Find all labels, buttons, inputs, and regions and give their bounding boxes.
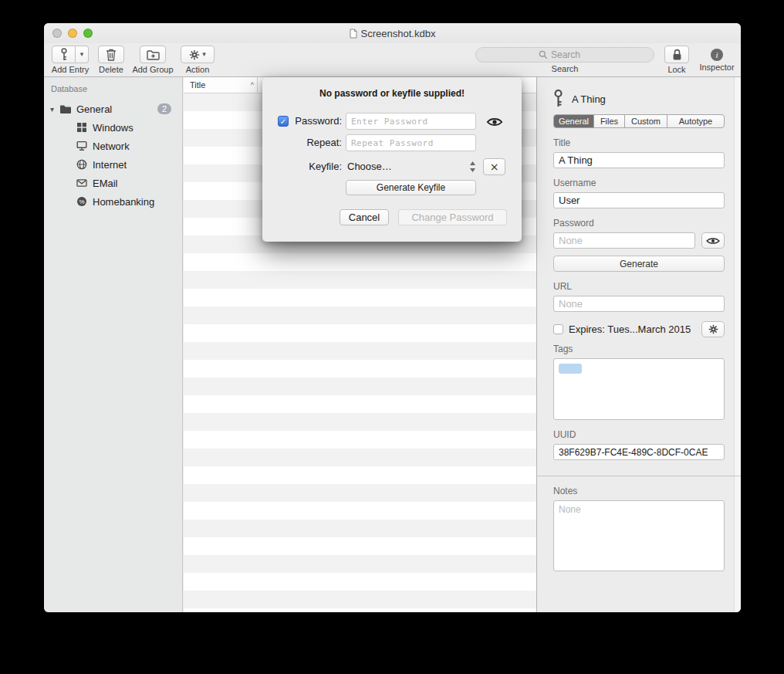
chevron-down-icon: ▾ [202,51,206,58]
group-sidebar: Database ▾ General 2 Windows [44,77,183,612]
sort-ascending-icon: ^ [251,81,254,89]
repeat-row: Repeat: [262,134,522,151]
gear-icon [189,49,200,60]
delete-label: Delete [99,65,123,74]
window-controls [52,29,93,38]
envelope-icon [76,178,87,188]
action-button[interactable]: ▾ [181,46,215,63]
disclosure-triangle-icon[interactable]: ▾ [50,105,59,113]
tag-token[interactable] [559,364,582,374]
uuid-field[interactable] [553,444,725,460]
url-field-label: URL [553,281,725,292]
title-field-label: Title [553,137,725,148]
keyfile-dropdown[interactable]: Choose… [347,161,392,172]
username-field[interactable] [553,192,725,208]
action-toolbar-item: ▾ Action [180,46,215,74]
sidebar-item-homebanking[interactable]: % Homebanking [44,192,182,211]
add-group-button[interactable] [140,46,166,63]
reveal-password-button[interactable] [484,114,505,129]
window-title: Screenshot.kdbx [361,28,436,39]
lock-toolbar-item: Lock [662,46,691,74]
title-column-header[interactable]: Title ^ [184,77,257,93]
stepper-icon[interactable] [469,161,476,173]
uuid-label: UUID [553,429,725,440]
password-checkbox[interactable]: ✓ [278,116,289,127]
document-proxy-icon[interactable] [350,29,357,39]
password-label: Password: [295,115,342,127]
toolbar: ▾ Add Entry Delete A [44,43,741,77]
tags-label: Tags [553,344,725,354]
eye-icon [486,117,503,127]
folder-plus-icon [147,49,160,60]
inspector-toolbar-item: i Inspector [694,46,739,72]
notes-label: Notes [553,486,725,496]
password-row: ✓ Password: [262,113,522,130]
repeat-password-input[interactable] [346,134,476,151]
sidebar-item-label: EMail [93,178,118,189]
change-password-button[interactable]: Change Password [398,209,507,225]
change-password-dialog: No password or keyfile supplied! ✓ Passw… [262,77,522,242]
generate-password-button[interactable]: Generate [553,256,725,272]
tab-autotype[interactable]: Autotype [667,115,724,127]
search-input[interactable] [551,49,591,60]
section-divider [537,476,741,476]
password-field-label: Password [553,218,725,229]
sidebar-item-windows[interactable]: Windows [44,118,182,137]
expires-checkbox[interactable] [553,324,563,334]
lock-button[interactable] [664,46,689,63]
expires-label: Expires: Tues...March 2015 [569,323,691,335]
password-field[interactable] [553,232,695,249]
clear-keyfile-button[interactable]: × [483,158,505,175]
add-entry-button[interactable] [52,46,76,63]
svg-text:%: % [79,198,84,205]
screenshot-background: Screenshot.kdbx ▾ Add Entry [0,0,784,674]
url-field[interactable] [553,296,725,312]
cancel-button[interactable]: Cancel [340,209,389,225]
inspector-entry-header: A Thing [553,77,725,109]
keyfile-label: Keyfile: [309,161,342,172]
add-entry-toolbar-item: ▾ Add Entry [50,46,90,74]
inspector-panel: A Thing General Files Custom Autotype Ti… [536,77,741,612]
sidebar-item-internet[interactable]: Internet [44,155,182,174]
delete-button[interactable] [98,46,124,63]
action-label: Action [186,65,210,74]
search-field[interactable] [475,47,654,63]
close-button[interactable] [52,29,62,38]
reveal-password-button[interactable] [701,232,725,249]
notes-field[interactable] [553,500,725,571]
generate-keyfile-button[interactable]: Generate Keyfile [346,180,476,195]
gear-icon [708,324,718,334]
sidebar-item-network[interactable]: Network [44,137,182,155]
folder-icon [59,104,72,114]
add-entry-dropdown-button[interactable]: ▾ [76,46,89,63]
tags-input-area[interactable] [553,358,725,420]
delete-toolbar-item: Delete [95,46,127,74]
tab-custom[interactable]: Custom [625,115,667,127]
zoom-button[interactable] [83,29,93,38]
password-input[interactable] [346,113,476,130]
padlock-icon [672,49,682,61]
titlebar[interactable]: Screenshot.kdbx [44,23,741,43]
key-icon [553,90,563,108]
dialog-message: No password or keyfile supplied! [262,88,522,99]
expires-row: Expires: Tues...March 2015 [553,321,725,337]
tab-general[interactable]: General [554,115,594,127]
sidebar-group-general[interactable]: ▾ General 2 [44,100,182,118]
trash-icon [106,49,117,61]
inspector-toggle-button[interactable]: i [711,49,723,61]
coin-percent-icon: % [76,196,87,207]
minimize-button[interactable] [68,29,77,38]
eye-icon [706,236,720,246]
info-icon: i [715,50,718,59]
sidebar-item-label: Windows [93,122,133,134]
sidebar-item-label: Internet [93,159,127,171]
sidebar-item-email[interactable]: EMail [44,174,182,192]
title-column-label: Title [190,80,205,90]
window-title-area: Screenshot.kdbx [350,28,436,39]
expires-settings-button[interactable] [701,321,725,337]
tab-files[interactable]: Files [594,115,625,127]
title-field[interactable] [553,152,725,168]
inspector-label: Inspector [699,63,734,72]
repeat-label: Repeat: [306,137,342,148]
key-plus-icon [60,48,68,62]
